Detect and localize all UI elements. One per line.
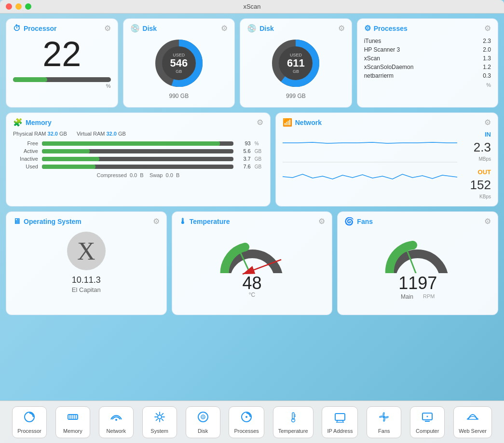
fans-value: 1197 bbox=[398, 273, 437, 293]
processor-icon: ⏱ bbox=[13, 24, 21, 33]
process-val-netbarrierm: 0.3 bbox=[477, 72, 491, 79]
processor-progress-fill bbox=[13, 77, 47, 82]
memory-active-label: Active bbox=[13, 148, 38, 154]
processor-progress-bar bbox=[13, 77, 111, 82]
nav-item-ipaddress[interactable]: IP Address bbox=[322, 406, 358, 438]
memory-active-val: 5.6 bbox=[237, 148, 251, 154]
process-list: iTunes 2.3 HP Scanner 3 2.0 xScan 1.3 xS… bbox=[364, 37, 491, 80]
main-content: ⏱ Processor ⚙ 22 % 💿 Disk ⚙ bbox=[0, 14, 504, 401]
temperature-unit: °C bbox=[249, 291, 255, 298]
disk2-total: 999 GB bbox=[286, 93, 306, 99]
disk1-card: 💿 Disk ⚙ USED 546 GB bbox=[123, 18, 235, 108]
nav-item-temperature[interactable]: Temperature bbox=[273, 406, 313, 438]
memory-active-bar-fill bbox=[42, 149, 90, 153]
fans-sub-row: Main RPM bbox=[401, 293, 435, 300]
disk1-donut: USED 546 GB 990 GB bbox=[130, 37, 228, 99]
bottom-nav: Processor Memory Network System Disk Pro… bbox=[0, 401, 504, 443]
temperature-value: 48 bbox=[242, 273, 261, 293]
nav-item-system[interactable]: System bbox=[142, 406, 177, 438]
svg-point-21 bbox=[115, 419, 117, 421]
nav-system-icon bbox=[153, 411, 166, 426]
processes-title: ⚙ Processes bbox=[364, 24, 408, 33]
nav-disk-icon bbox=[197, 411, 209, 426]
process-name-xscan: xScan bbox=[364, 55, 477, 62]
row1: ⏱ Processor ⚙ 22 % 💿 Disk ⚙ bbox=[6, 18, 498, 108]
nav-item-disk[interactable]: Disk bbox=[186, 406, 220, 438]
process-row-xscansolodaemon: xScanSoloDaemon 1.2 bbox=[364, 63, 491, 71]
os-content: X 10.11.3 El Capitan bbox=[13, 230, 160, 293]
processor-value: 22 bbox=[13, 37, 111, 71]
os-icon-circle: X bbox=[67, 232, 106, 270]
nav-item-webserver[interactable]: Web Server bbox=[453, 406, 492, 438]
memory-used-unit: GB bbox=[255, 164, 263, 169]
nav-item-processor[interactable]: Processor bbox=[12, 406, 47, 438]
memory-inactive-label: Inactive bbox=[13, 156, 38, 162]
process-name-xscansolodaemon: xScanSoloDaemon bbox=[364, 64, 477, 70]
fans-title: 🌀 Fans bbox=[344, 217, 373, 226]
svg-rect-32 bbox=[335, 414, 345, 420]
nav-item-network[interactable]: Network bbox=[99, 406, 134, 438]
fans-unit: RPM bbox=[423, 293, 435, 300]
network-out-label: OUT bbox=[461, 168, 491, 176]
disk1-gear-icon[interactable]: ⚙ bbox=[221, 24, 228, 33]
network-content: IN 2.3 MBps OUT 152 KBps bbox=[283, 131, 491, 194]
network-card: 📶 Network ⚙ IN bbox=[275, 112, 498, 207]
os-icon: 🖥 bbox=[13, 217, 21, 226]
close-button[interactable] bbox=[6, 3, 12, 10]
svg-point-38 bbox=[427, 415, 428, 417]
disk2-icon: 💿 bbox=[247, 24, 257, 33]
svg-point-22 bbox=[158, 415, 162, 419]
titlebar-buttons bbox=[6, 3, 31, 10]
nav-temperature-icon bbox=[287, 411, 300, 426]
process-row-netbarrierm: netbarrierm 0.3 bbox=[364, 71, 491, 80]
nav-network-label: Network bbox=[107, 428, 126, 434]
network-out-unit: KBps bbox=[461, 194, 491, 199]
disk2-donut: USED 611 GB 999 GB bbox=[247, 37, 345, 99]
memory-free-val: 93 bbox=[237, 140, 251, 146]
process-val-xscan: 1.3 bbox=[477, 55, 491, 62]
memory-card: 🧩 Memory ⚙ Physical RAM 32.0 GB Virtual … bbox=[6, 112, 271, 207]
processes-icon: ⚙ bbox=[364, 24, 371, 33]
os-name: El Capitan bbox=[72, 286, 101, 293]
nav-computer-label: Computer bbox=[416, 428, 439, 434]
nav-memory-label: Memory bbox=[63, 428, 82, 434]
fans-gauge-wrap bbox=[384, 230, 451, 273]
minimize-button[interactable] bbox=[15, 3, 22, 10]
nav-item-memory[interactable]: Memory bbox=[55, 406, 90, 438]
memory-active-bar-bg bbox=[42, 149, 233, 153]
network-gear-icon[interactable]: ⚙ bbox=[484, 118, 491, 127]
processor-gear-icon[interactable]: ⚙ bbox=[104, 24, 111, 33]
fans-icon: 🌀 bbox=[344, 217, 354, 226]
process-row-itunes: iTunes 2.3 bbox=[364, 37, 491, 45]
svg-point-36 bbox=[383, 415, 385, 418]
memory-used-row: Used 7.6 GB bbox=[13, 164, 263, 169]
nav-network-icon bbox=[110, 411, 123, 426]
maximize-button[interactable] bbox=[25, 3, 31, 10]
fans-gear-icon[interactable]: ⚙ bbox=[484, 217, 491, 226]
network-stats: IN 2.3 MBps OUT 152 KBps bbox=[457, 131, 491, 194]
nav-item-processes[interactable]: Processes bbox=[229, 406, 264, 438]
temperature-gear-icon[interactable]: ⚙ bbox=[318, 217, 325, 226]
memory-gear-icon[interactable]: ⚙ bbox=[257, 118, 263, 127]
memory-rows: Free 93 % Active 5.6 GB Inactive bbox=[13, 140, 263, 169]
os-title: 🖥 Operating System bbox=[13, 217, 82, 226]
disk2-gear-icon[interactable]: ⚙ bbox=[338, 24, 345, 33]
fans-card: 🌀 Fans ⚙ 1197 Main bbox=[337, 211, 498, 315]
process-val-hp: 2.0 bbox=[477, 46, 491, 53]
network-graph bbox=[283, 131, 457, 194]
nav-item-computer[interactable]: Computer bbox=[410, 406, 445, 438]
network-out-value: 152 bbox=[461, 179, 491, 191]
disk2-title: 💿 Disk bbox=[247, 24, 274, 33]
os-gear-icon[interactable]: ⚙ bbox=[153, 217, 160, 226]
temperature-icon: 🌡 bbox=[179, 217, 187, 226]
nav-item-fans[interactable]: Fans bbox=[367, 406, 401, 438]
disk1-title: 💿 Disk bbox=[130, 24, 157, 33]
memory-free-bar-fill bbox=[42, 141, 220, 146]
memory-free-row: Free 93 % bbox=[13, 140, 263, 146]
processes-gear-icon[interactable]: ⚙ bbox=[484, 24, 491, 33]
processor-card: ⏱ Processor ⚙ 22 % bbox=[6, 18, 118, 108]
window-title: xScan bbox=[243, 3, 260, 10]
nav-memory-icon bbox=[67, 411, 79, 426]
fans-sub-label: Main bbox=[401, 293, 413, 300]
process-name-netbarrierm: netbarrierm bbox=[364, 72, 477, 79]
